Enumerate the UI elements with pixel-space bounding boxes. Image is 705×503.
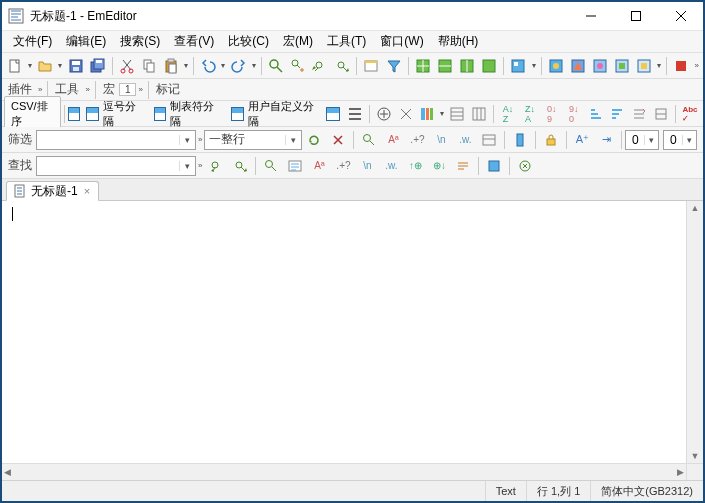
filter-ext-button[interactable]: ⇥ (595, 129, 617, 151)
csv-tool2-button[interactable] (447, 103, 467, 125)
highlight4-button[interactable] (612, 55, 632, 77)
find-inc-down-button[interactable]: ⊕↓ (428, 155, 450, 177)
status-position[interactable]: 行 1,列 1 (526, 481, 590, 501)
menu-tools[interactable]: 工具(T) (320, 31, 373, 52)
window-single-button[interactable] (479, 55, 499, 77)
find-prev-button[interactable] (310, 55, 330, 77)
abc-check-button[interactable]: Abc✓ (680, 103, 700, 125)
cut-button[interactable] (117, 55, 137, 77)
filter-refresh-button[interactable] (303, 129, 325, 151)
chevron-down-icon[interactable]: ▾ (179, 161, 195, 171)
comma-sep-button[interactable]: 逗号分隔 (80, 97, 147, 131)
redo-dropdown[interactable]: ▾ (250, 61, 258, 70)
highlight2-button[interactable] (568, 55, 588, 77)
overflow-chevron[interactable]: » (693, 61, 701, 70)
scroll-down-icon[interactable]: ▼ (691, 451, 700, 461)
sort-az-button[interactable]: A↓Z (498, 103, 518, 125)
find-highlight-button[interactable] (483, 155, 505, 177)
csv-tool3-button[interactable] (469, 103, 489, 125)
find-wrap-button[interactable] (452, 155, 474, 177)
bookmark-button[interactable] (361, 55, 381, 77)
document-tab[interactable]: 无标题-1 × (6, 181, 99, 201)
find-inc-up-button[interactable]: ↑⊕ (404, 155, 426, 177)
window-tile-button[interactable] (413, 55, 433, 77)
scroll-up-icon[interactable]: ▲ (691, 203, 700, 213)
find-close-button[interactable] (514, 155, 536, 177)
csv-tool1-button[interactable] (396, 103, 416, 125)
highlight1-button[interactable] (545, 55, 565, 77)
sort-tool-button[interactable] (629, 103, 649, 125)
save-button[interactable] (65, 55, 85, 77)
filter-clear-button[interactable] (327, 129, 349, 151)
minimize-button[interactable] (568, 2, 613, 31)
sort-len2-button[interactable] (608, 103, 628, 125)
csv-list-button[interactable] (345, 103, 365, 125)
macro-num[interactable]: 1 (119, 83, 137, 96)
csv-add-button[interactable] (374, 103, 394, 125)
sort-90-button[interactable]: 9↓0 (564, 103, 584, 125)
new-dropdown[interactable]: ▾ (26, 61, 34, 70)
redo-button[interactable] (228, 55, 248, 77)
marks-label[interactable]: 标记 (152, 81, 184, 98)
sort-za-button[interactable]: Z↓A (520, 103, 540, 125)
filter-opt-button[interactable] (478, 129, 500, 151)
menu-edit[interactable]: 编辑(E) (59, 31, 113, 52)
find-search-button[interactable] (260, 155, 282, 177)
menu-view[interactable]: 查看(V) (167, 31, 221, 52)
find-next-button[interactable] (332, 55, 352, 77)
copy-button[interactable] (139, 55, 159, 77)
tools-chev[interactable]: » (83, 85, 91, 94)
find-case-button[interactable]: Aª (308, 155, 330, 177)
menu-window[interactable]: 窗口(W) (373, 31, 430, 52)
find-next-button2[interactable] (229, 155, 251, 177)
open-dropdown[interactable]: ▾ (56, 61, 64, 70)
filter-combo[interactable]: ▾ (36, 130, 196, 150)
find-combo[interactable]: ▾ (36, 156, 196, 176)
filter-search-button[interactable] (358, 129, 380, 151)
chevron-down-icon[interactable]: ▾ (285, 135, 301, 145)
chevron-down-icon[interactable]: ▾ (179, 135, 195, 145)
highlight5-button[interactable] (634, 55, 654, 77)
status-mode[interactable]: Text (485, 481, 526, 501)
highlight-dropdown[interactable]: ▾ (655, 61, 663, 70)
maximize-button[interactable] (613, 2, 658, 31)
macro-chev[interactable]: » (136, 85, 144, 94)
undo-dropdown[interactable]: ▾ (219, 61, 227, 70)
filter-newline-button[interactable]: \n (430, 129, 452, 151)
filter-more[interactable]: » (196, 135, 204, 144)
plugins-chev[interactable]: » (36, 85, 44, 94)
scroll-right-icon[interactable]: ▶ (677, 467, 684, 477)
config-dropdown[interactable]: ▾ (530, 61, 538, 70)
find-word-button[interactable]: .w. (380, 155, 402, 177)
find-regex-button[interactable]: .+? (332, 155, 354, 177)
window-horiz-button[interactable] (435, 55, 455, 77)
find-newline-button[interactable]: \n (356, 155, 378, 177)
user-sep-button[interactable]: 用户自定义分隔 (225, 97, 322, 131)
tab-close-icon[interactable]: × (82, 185, 92, 197)
undo-button[interactable] (198, 55, 218, 77)
tab-sep-button[interactable]: 制表符分隔 (148, 97, 225, 131)
close-button[interactable] (658, 2, 703, 31)
sort-tool2-button[interactable] (651, 103, 671, 125)
paste-button[interactable] (161, 55, 181, 77)
filter-case-button[interactable]: Aª (382, 129, 404, 151)
filter-col-button[interactable] (509, 129, 531, 151)
window-vert-button[interactable] (457, 55, 477, 77)
replace-button[interactable] (288, 55, 308, 77)
csv-cols-button[interactable] (418, 103, 438, 125)
horizontal-scrollbar[interactable]: ◀ ▶ (2, 463, 686, 480)
sort-09-button[interactable]: 0↓9 (542, 103, 562, 125)
filter-bm-button[interactable]: A⁺ (571, 129, 593, 151)
filter-button[interactable] (383, 55, 403, 77)
record-button[interactable] (671, 55, 691, 77)
new-file-button[interactable] (5, 55, 25, 77)
find-prev-button2[interactable] (205, 155, 227, 177)
find-list-button[interactable] (284, 155, 306, 177)
menu-macro[interactable]: 宏(M) (276, 31, 320, 52)
open-file-button[interactable] (35, 55, 55, 77)
paste-dropdown[interactable]: ▾ (182, 61, 190, 70)
menu-file[interactable]: 文件(F) (6, 31, 59, 52)
csv-grid-button[interactable] (323, 103, 343, 125)
csv-cols-dropdown[interactable]: ▾ (438, 109, 446, 118)
scroll-left-icon[interactable]: ◀ (4, 467, 11, 477)
